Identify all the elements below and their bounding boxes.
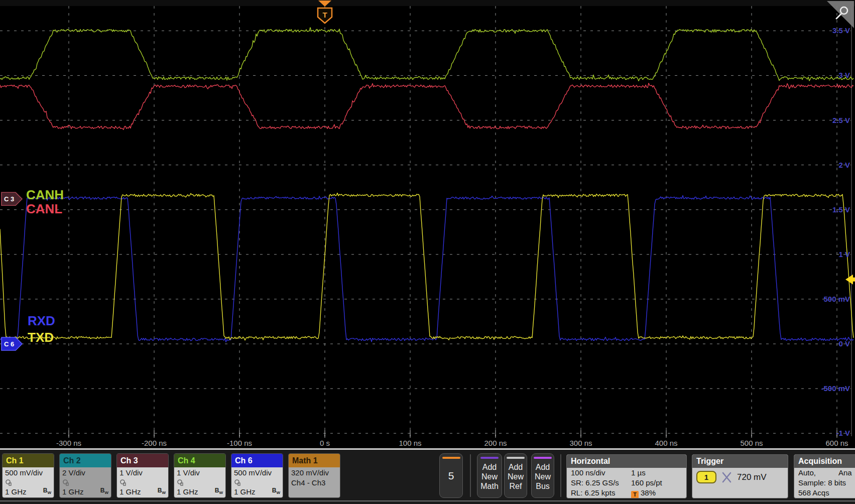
x-axis-label: -200 ns	[142, 439, 167, 447]
channel-scale: 1 V/div	[119, 468, 166, 478]
waveform-plot[interactable]: -300 ns-200 ns-100 ns0 s100 ns200 ns300 …	[0, 0, 855, 448]
trigger-position-percent: 38%	[641, 488, 656, 497]
math-accent-bar	[480, 457, 499, 459]
bottom-settings-bar: Ch 1500 mV/div1 GHzBWCh 22 V/div1 GHzBWC…	[0, 450, 855, 504]
y-axis-label: 2.5 V	[832, 116, 850, 124]
x-axis-label: 500 ns	[740, 439, 763, 447]
trace-label-txd: TXD	[28, 330, 54, 345]
channel-scale: 320 mV/div	[291, 468, 337, 478]
probe-icon	[62, 479, 69, 486]
trigger-position-readout: T38%	[631, 488, 656, 498]
bandwidth-limit-icon: BW	[272, 485, 280, 498]
top-strip	[0, 0, 855, 6]
trace-label-rxd: RXD	[28, 313, 55, 328]
trigger-panel-title: Trigger	[692, 455, 788, 468]
probe-icon	[5, 479, 12, 486]
bandwidth-row: 1 GHzBW	[62, 487, 108, 497]
channel-name: Ch 6	[231, 454, 283, 467]
bandwidth-row: 1 GHzBW	[5, 487, 51, 497]
math-source-row: Ch4 - Ch3	[291, 478, 337, 487]
channel-name: Ch 1	[3, 454, 54, 467]
y-axis-label: 0 V	[838, 339, 850, 348]
channel-name: Ch 3	[117, 454, 168, 467]
bandwidth-limit-icon: BW	[215, 485, 223, 498]
channel-badge-ch2[interactable]: Ch 22 V/div1 GHzBW	[59, 453, 111, 498]
probe-icon	[119, 479, 127, 486]
x-axis-label: 100 ns	[399, 439, 421, 447]
callout-5-button[interactable]: 5	[439, 453, 463, 498]
trigger-flag-letter: T	[322, 11, 327, 19]
probe-icon	[234, 479, 241, 486]
channel-name: Math 1	[289, 454, 340, 467]
record-length: RL: 6.25 kpts	[571, 488, 615, 497]
acquisition-mode: Auto,	[798, 468, 816, 477]
x-axis-label: 600 ns	[825, 439, 848, 447]
toolbar-divider	[470, 454, 471, 497]
x-axis-label: -300 ns	[56, 439, 81, 447]
x-axis-label: -100 ns	[227, 439, 252, 447]
toolbar-divider	[560, 454, 561, 497]
channel-scale: 2 V/div	[62, 468, 108, 478]
y-axis-label: 500 mV	[823, 295, 850, 303]
acquisition-panel[interactable]: Acquisition Auto, Ana Sample: 8 bits 568…	[794, 454, 855, 498]
y-axis-label: 2 V	[838, 161, 850, 169]
waveform-display[interactable]: -300 ns-200 ns-100 ns0 s100 ns200 ns300 …	[0, 0, 855, 448]
x-axis-label: 200 ns	[484, 439, 507, 447]
five-label: 5	[440, 470, 462, 482]
channel-settings: 1 V/div1 GHzBW	[174, 467, 225, 498]
trigger-panel[interactable]: Trigger 1 720 mV	[692, 454, 788, 498]
channel-bandwidth: 1 GHz	[119, 487, 141, 497]
sample-interval: 160 ps/pt	[631, 478, 662, 488]
bandwidth-limit-icon: BW	[43, 485, 51, 498]
bandwidth-row: 1 GHzBW	[177, 487, 223, 497]
marker-label: C 3	[4, 195, 14, 203]
channel-settings: 320 mV/divCh4 - Ch3	[289, 467, 340, 498]
y-axis-label: 1 V	[838, 250, 850, 259]
acquisition-analyze: Ana	[838, 468, 852, 478]
channel-settings: 1 V/div1 GHzBW	[117, 467, 168, 498]
channel-badge-ch1[interactable]: Ch 1500 mV/div1 GHzBW	[2, 453, 54, 498]
y-axis-label: 3.5 V	[832, 26, 850, 35]
y-axis-label: 1.5 V	[832, 205, 850, 214]
channel-badge-ch6[interactable]: Ch 6500 mV/div1 GHzBW	[231, 453, 283, 498]
add-new-ref-label: Add New Ref	[505, 463, 527, 491]
bandwidth-row	[291, 487, 337, 497]
add-new-bus-button[interactable]: Add New Bus	[531, 453, 554, 498]
acquisition-panel-title: Acquisition	[794, 455, 855, 468]
bus-accent-bar	[534, 457, 552, 459]
horizontal-panel-title: Horizontal	[567, 455, 686, 468]
trigger-level-readout: 720 mV	[737, 472, 767, 482]
horizontal-window: 1 µs	[631, 468, 646, 478]
channel-bandwidth: 1 GHz	[177, 487, 198, 497]
channel-bandwidth: 1 GHz	[5, 487, 27, 497]
plot-background	[0, 0, 855, 448]
trigger-level-stem	[853, 278, 855, 282]
channel-badge-ch3[interactable]: Ch 31 V/div1 GHzBW	[116, 453, 169, 498]
horizontal-panel[interactable]: Horizontal 100 ns/div 1 µs SR: 6.25 GS/s…	[566, 454, 687, 498]
marker-label: C 6	[4, 340, 14, 348]
either-edge-icon	[721, 471, 732, 483]
channel-name: Ch 2	[60, 454, 111, 467]
x-axis-label: 300 ns	[569, 439, 592, 447]
trace-label-canl: CANL	[26, 201, 62, 216]
bandwidth-row: 1 GHzBW	[119, 487, 166, 497]
channel-scale: 1 V/div	[177, 468, 223, 478]
channel-settings: 500 mV/div1 GHzBW	[3, 467, 54, 498]
channel-bandwidth: 1 GHz	[234, 487, 256, 497]
trigger-position-icon: T	[631, 491, 639, 498]
channel-scale: 500 mV/div	[234, 468, 280, 478]
bandwidth-row: 1 GHzBW	[234, 487, 280, 497]
bandwidth-limit-icon: BW	[158, 485, 166, 498]
y-axis-label: -500 mV	[821, 384, 850, 393]
add-new-bus-label: Add New Bus	[532, 463, 554, 491]
five-accent-bar	[442, 457, 460, 459]
add-new-math-button[interactable]: Add New Math	[477, 453, 502, 498]
channel-badge-math1[interactable]: Math 1320 mV/divCh4 - Ch3	[288, 453, 340, 498]
channel-name: Ch 4	[174, 454, 225, 467]
add-new-ref-button[interactable]: Add New Ref	[504, 453, 527, 498]
x-axis-label: 0 s	[320, 439, 330, 447]
y-axis-label: -1 V	[836, 429, 850, 437]
horizontal-scale: 100 ns/div	[571, 468, 605, 477]
trace-label-canh: CANH	[26, 187, 64, 202]
channel-badge-ch4[interactable]: Ch 41 V/div1 GHzBW	[174, 453, 226, 498]
